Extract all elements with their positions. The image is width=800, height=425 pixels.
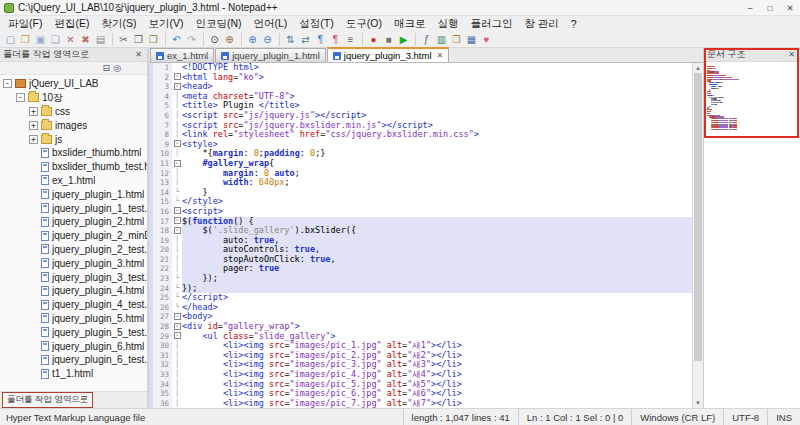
minimap[interactable]: [704, 62, 800, 135]
code-line-29[interactable]: 29- <ul class="slide_gallery">: [149, 332, 692, 342]
line-number[interactable]: 9: [153, 140, 172, 150]
fold-collapse-icon[interactable]: -: [174, 83, 181, 90]
code-line-34[interactable]: 34│ <li><img src="images/pic_5.jpg" alt=…: [149, 380, 692, 390]
tree-item-jquery_plugin_2.html[interactable]: jquery_plugin_2.html: [0, 215, 147, 229]
fold-margin[interactable]: │: [172, 370, 182, 380]
tree-item-jquery_plugin_2_minDate_maxD[interactable]: jquery_plugin_2_minDate_maxD: [0, 229, 147, 243]
folder-workspace-bottom-tab[interactable]: 폴더를 작업 영역으로: [2, 392, 93, 408]
menu-item-10[interactable]: 플러그인: [464, 17, 518, 31]
docmap-close-icon[interactable]: ✕: [786, 50, 797, 59]
expand-toggle-icon[interactable]: -: [16, 93, 25, 102]
line-number[interactable]: 13: [153, 178, 172, 188]
code-line-4[interactable]: 4│<meta charset="UTF-8">: [149, 92, 692, 102]
line-number[interactable]: 25: [153, 293, 172, 303]
fold-margin[interactable]: └: [172, 293, 182, 303]
code-line-14[interactable]: 14└ }: [149, 188, 692, 198]
undo-icon[interactable]: ↶: [169, 32, 184, 47]
fold-collapse-icon[interactable]: -: [174, 332, 181, 339]
code-line-33[interactable]: 33│ <li><img src="images/pic_4.jpg" alt=…: [149, 370, 692, 380]
close-tab-icon[interactable]: ✕: [437, 51, 444, 60]
code-line-31[interactable]: 31│ <li><img src="images/pic_2.jpg" alt=…: [149, 351, 692, 361]
document-map-icon[interactable]: ▥: [434, 32, 449, 47]
fold-margin[interactable]: │: [172, 178, 182, 188]
line-number[interactable]: 4: [153, 92, 172, 102]
zoom-in-icon[interactable]: ⊕: [245, 32, 260, 47]
fold-collapse-icon[interactable]: -: [174, 73, 181, 80]
tab-jquery_plugin_1.html[interactable]: jquery_plugin_1.html: [215, 48, 326, 62]
tree-item-bxslider_thumb.html[interactable]: bxslider_thumb.html: [0, 146, 147, 160]
line-number[interactable]: 24: [153, 284, 172, 294]
open-folder-icon[interactable]: ❒: [18, 32, 33, 47]
fold-margin[interactable]: │: [172, 380, 182, 390]
vertical-scrollbar[interactable]: ▲ ▼: [692, 63, 703, 408]
fold-margin[interactable]: -: [172, 226, 182, 236]
code-line-19[interactable]: 19│ auto: true,: [149, 236, 692, 246]
menu-item-3[interactable]: 보기(V): [142, 17, 189, 31]
fold-margin[interactable]: -: [172, 332, 182, 342]
fold-margin[interactable]: │: [172, 399, 182, 408]
fold-collapse-icon[interactable]: -: [174, 217, 181, 224]
panel-close-icon[interactable]: ✕: [133, 50, 144, 59]
fold-margin[interactable]: -: [172, 140, 182, 150]
line-number[interactable]: 28: [153, 322, 172, 332]
locate-current-file-icon[interactable]: ◎: [113, 63, 121, 73]
code-line-21[interactable]: 21│ stopAutoOnClick: true,: [149, 255, 692, 265]
code-line-3[interactable]: 3-<head>: [149, 82, 692, 92]
tree-item-ex_1.html[interactable]: ex_1.html: [0, 174, 147, 188]
fold-margin[interactable]: │: [172, 360, 182, 370]
tree-item-jquery_plugin_5.html[interactable]: jquery_plugin_5.html: [0, 312, 147, 326]
tree-item-bxslider_thumb_test.html[interactable]: bxslider_thumb_test.html: [0, 160, 147, 174]
line-number[interactable]: 30: [153, 341, 172, 351]
line-number[interactable]: 11: [153, 159, 172, 169]
fold-margin[interactable]: │: [172, 130, 182, 140]
line-number[interactable]: 17: [153, 217, 172, 227]
tree-item-jquery_plugin_4_test.html[interactable]: jquery_plugin_4_test.html: [0, 298, 147, 312]
code-line-9[interactable]: 9-<style>: [149, 140, 692, 150]
tree-item-images[interactable]: +images: [0, 118, 147, 132]
show-all-characters-icon[interactable]: ¶: [328, 32, 343, 47]
code-line-7[interactable]: 7│<script src="js/jquery.bxslider.min.js…: [149, 121, 692, 131]
fold-margin[interactable]: -: [172, 207, 182, 217]
line-number[interactable]: 27: [153, 312, 172, 322]
line-number[interactable]: 20: [153, 245, 172, 255]
code-line-22[interactable]: 22│ pager: true: [149, 264, 692, 274]
line-number[interactable]: 14: [153, 188, 172, 198]
tree-item-10장[interactable]: -10장: [0, 91, 147, 105]
line-number[interactable]: 15: [153, 197, 172, 207]
redo-icon[interactable]: ↷: [184, 32, 199, 47]
close-button[interactable]: ✕: [780, 0, 800, 15]
fold-margin[interactable]: │: [172, 111, 182, 121]
line-number[interactable]: 34: [153, 380, 172, 390]
line-number[interactable]: 1: [153, 63, 172, 73]
scroll-down-icon[interactable]: ▼: [693, 398, 703, 408]
line-number[interactable]: 35: [153, 389, 172, 399]
fold-collapse-icon[interactable]: -: [174, 160, 181, 167]
function-list-icon[interactable]: ƒ: [419, 32, 434, 47]
code-line-10[interactable]: 10│ *{margin: 0;padding: 0;}: [149, 149, 692, 159]
expand-toggle-icon[interactable]: -: [3, 79, 12, 88]
find-icon[interactable]: ⊙: [207, 32, 222, 47]
folder-workspace-icon[interactable]: ❒: [449, 32, 464, 47]
line-number[interactable]: 6: [153, 111, 172, 121]
fold-collapse-icon[interactable]: -: [174, 323, 181, 330]
menu-item-9[interactable]: 실행: [431, 17, 464, 31]
code-line-16[interactable]: 16-<script>: [149, 207, 692, 217]
fold-collapse-icon[interactable]: -: [174, 207, 181, 214]
code-line-11[interactable]: 11- #gallery_wrap{: [149, 159, 692, 169]
fold-margin[interactable]: └: [172, 284, 182, 294]
menu-item-2[interactable]: 찾기(S): [95, 17, 142, 31]
replace-icon[interactable]: ⊕: [222, 32, 237, 47]
fold-margin[interactable]: │: [172, 236, 182, 246]
word-wrap-icon[interactable]: ¶: [313, 32, 328, 47]
code-line-24[interactable]: 24└});: [149, 284, 692, 294]
play-macro-icon[interactable]: ▶: [396, 32, 411, 47]
collapse-all-icon[interactable]: ⊟: [103, 63, 111, 73]
expand-toggle-icon[interactable]: +: [29, 107, 38, 116]
code-line-36[interactable]: 36│ <li><img src="images/pic_7.jpg" alt=…: [149, 399, 692, 408]
line-number[interactable]: 18: [153, 226, 172, 236]
fold-margin[interactable]: │: [172, 389, 182, 399]
tab-jquery_plugin_3.html[interactable]: jquery_plugin_3.html✕: [327, 47, 449, 62]
menu-item-1[interactable]: 편집(E): [48, 17, 95, 31]
fold-margin[interactable]: └: [172, 303, 182, 313]
fold-margin[interactable]: -: [172, 82, 182, 92]
